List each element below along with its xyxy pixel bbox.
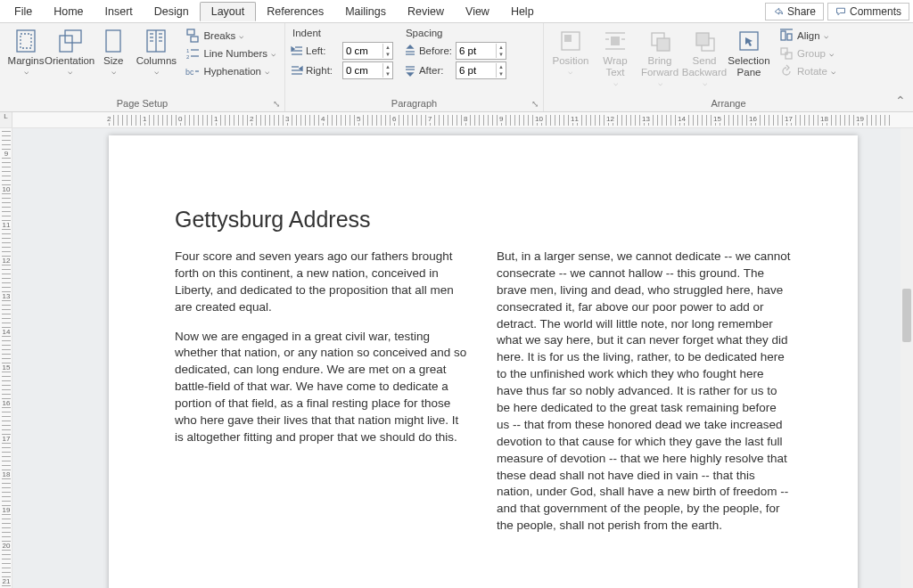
position-icon	[558, 29, 583, 53]
comment-icon	[835, 6, 846, 17]
scroll-thumb[interactable]	[902, 289, 911, 342]
ruler-horizontal[interactable]: L 21012345678910111213141516171819	[0, 112, 913, 128]
indent-header: Indent	[291, 28, 393, 40]
position-button: Position	[549, 25, 592, 77]
spacing-after-label: After:	[419, 65, 453, 76]
size-button[interactable]: Size	[93, 25, 134, 77]
tab-file[interactable]: File	[4, 3, 43, 20]
group-title-paragraph: Paragraph	[391, 98, 437, 109]
tab-view[interactable]: View	[455, 3, 500, 20]
ruler-vertical[interactable]: 89101112131415161718192021	[0, 128, 12, 588]
share-button[interactable]: Share	[765, 3, 824, 20]
spacing-after-input[interactable]: ▲▼	[456, 61, 506, 79]
group-paragraph: Indent Left: ▲▼ Right: ▲▼ Spacing Before…	[285, 23, 544, 111]
wrap-text-button: Wrap Text	[594, 25, 637, 88]
scrollbar-vertical[interactable]	[901, 128, 913, 588]
spacing-before-label: Before:	[419, 45, 453, 56]
ribbon: Margins Orientation Size Columns Breaks⌵…	[0, 23, 913, 112]
svg-rect-43	[781, 31, 786, 40]
group-button: Group⌵	[776, 45, 839, 61]
spacing-header: Spacing	[404, 28, 506, 40]
hyphenation-icon: bc	[185, 65, 200, 78]
rotate-icon	[779, 65, 794, 78]
paragraph-1[interactable]: Four score and seven years ago our fathe…	[175, 249, 470, 316]
indent-left-icon	[291, 45, 303, 57]
spacing-after-icon	[404, 64, 416, 77]
rotate-button: Rotate⌵	[776, 63, 839, 79]
group-title-arrange: Arrange	[711, 98, 745, 109]
align-button[interactable]: Align⌵	[776, 28, 839, 44]
tab-mailings[interactable]: Mailings	[334, 3, 397, 20]
svg-rect-4	[106, 30, 120, 52]
tab-insert[interactable]: Insert	[95, 3, 144, 20]
group-arrange: Position Wrap Text Bring Forward Send Ba…	[544, 23, 913, 111]
orientation-icon	[57, 29, 82, 53]
tab-references[interactable]: References	[256, 3, 334, 20]
bring-forward-icon	[647, 29, 672, 53]
menubar: File Home Insert Design Layout Reference…	[0, 0, 913, 23]
svg-text:1: 1	[186, 48, 190, 53]
group-icon	[779, 47, 794, 60]
svg-rect-3	[65, 30, 81, 43]
workspace: 89101112131415161718192021 Gettysburg Ad…	[0, 128, 913, 588]
columns-icon	[144, 29, 169, 53]
align-icon	[779, 29, 794, 42]
paragraph-launcher[interactable]: ⤡	[529, 97, 541, 110]
indent-right-label: Right:	[306, 65, 340, 76]
line-numbers-button[interactable]: 12Line Numbers⌵	[182, 45, 279, 61]
svg-rect-14	[191, 37, 198, 42]
spacing-before-icon	[404, 45, 416, 57]
spacing-before-input[interactable]: ▲▼	[456, 42, 506, 60]
send-backward-icon	[692, 29, 717, 53]
svg-text:bc: bc	[185, 68, 194, 77]
svg-rect-1	[21, 34, 31, 48]
document-area[interactable]: Gettysburg Address Four score and seven …	[12, 128, 913, 588]
indent-right-input[interactable]: ▲▼	[342, 61, 393, 79]
group-title-page-setup: Page Setup	[117, 98, 169, 109]
indent-left-input[interactable]: ▲▼	[342, 42, 393, 60]
svg-rect-13	[187, 29, 194, 35]
selection-pane-button[interactable]: Selection Pane	[728, 25, 770, 78]
svg-rect-32	[564, 35, 572, 42]
paragraph-2[interactable]: Now we are engaged in a great civil war,…	[175, 329, 470, 446]
send-backward-button: Send Backward	[683, 25, 726, 88]
bring-forward-button: Bring Forward	[638, 25, 681, 88]
tab-design[interactable]: Design	[144, 3, 200, 20]
tab-marker[interactable]: L	[0, 112, 12, 128]
line-numbers-icon: 12	[185, 47, 200, 60]
orientation-button[interactable]: Orientation	[48, 25, 91, 77]
tab-review[interactable]: Review	[397, 3, 455, 20]
page[interactable]: Gettysburg Address Four score and seven …	[109, 135, 858, 588]
svg-rect-33	[611, 37, 620, 45]
svg-rect-39	[657, 38, 670, 51]
svg-rect-46	[781, 48, 787, 54]
comments-button[interactable]: Comments	[827, 3, 909, 20]
margins-button[interactable]: Margins	[5, 25, 46, 77]
svg-rect-2	[60, 36, 72, 52]
columns-button[interactable]: Columns	[136, 25, 177, 77]
svg-text:2: 2	[186, 54, 190, 60]
margins-icon	[13, 29, 38, 53]
breaks-icon	[185, 29, 200, 42]
document-body[interactable]: Four score and seven years ago our fathe…	[175, 249, 792, 535]
group-page-setup: Margins Orientation Size Columns Breaks⌵…	[0, 23, 285, 111]
tab-home[interactable]: Home	[43, 3, 94, 20]
collapse-ribbon-button[interactable]: ⌃	[895, 94, 906, 108]
indent-left-label: Left:	[306, 45, 340, 56]
svg-rect-41	[696, 33, 709, 45]
breaks-button[interactable]: Breaks⌵	[182, 28, 279, 44]
tab-layout[interactable]: Layout	[200, 2, 257, 21]
svg-rect-47	[786, 53, 792, 59]
tab-help[interactable]: Help	[500, 3, 545, 20]
document-title[interactable]: Gettysburg Address	[175, 207, 792, 233]
share-icon	[773, 6, 784, 17]
selection-pane-icon	[736, 29, 761, 53]
svg-rect-44	[787, 34, 792, 40]
hyphenation-button[interactable]: bcHyphenation⌵	[182, 63, 279, 79]
paragraph-3[interactable]: But, in a larger sense, we cannot dedica…	[497, 249, 792, 535]
page-setup-launcher[interactable]: ⤡	[270, 97, 283, 110]
indent-right-icon	[291, 64, 303, 77]
wrap-text-icon	[603, 29, 628, 53]
size-icon	[101, 29, 126, 53]
